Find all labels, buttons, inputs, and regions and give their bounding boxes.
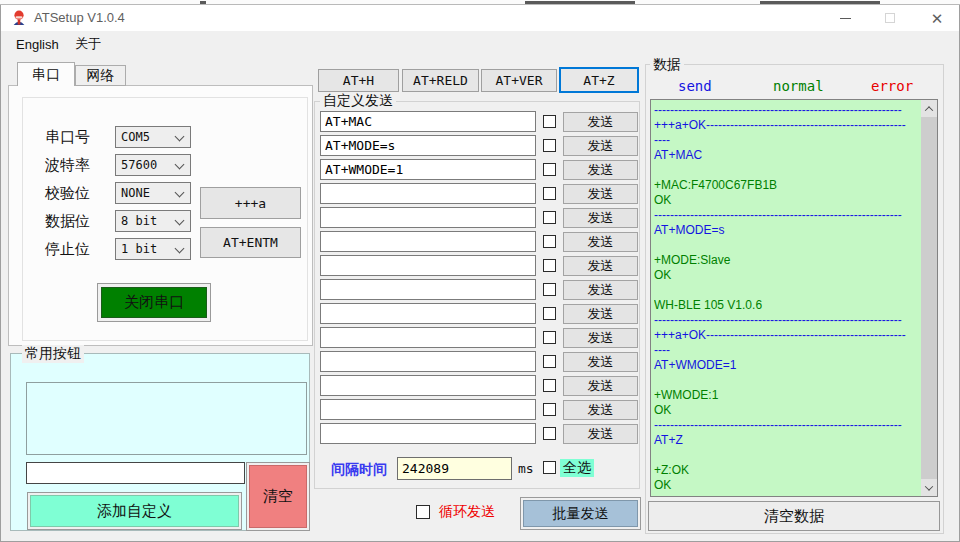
close-serial-button[interactable]: 关闭串口 xyxy=(97,283,211,322)
row-checkbox[interactable] xyxy=(543,355,556,368)
row-checkbox[interactable] xyxy=(543,211,556,224)
send-button[interactable]: 发送 xyxy=(563,304,638,324)
field-label: 停止位 xyxy=(45,240,115,259)
send-button[interactable]: 发送 xyxy=(563,352,638,372)
custom-command-input[interactable] xyxy=(320,303,536,324)
row-checkbox[interactable] xyxy=(543,115,556,128)
log-line: ---- xyxy=(654,343,906,358)
at-entm-button[interactable]: AT+ENTM xyxy=(200,227,301,258)
row-checkbox[interactable] xyxy=(543,163,556,176)
custom-command-input[interactable] xyxy=(320,135,536,156)
close-serial-button-label: 关闭串口 xyxy=(101,287,207,318)
loop-send-checkbox[interactable] xyxy=(416,505,430,519)
row-checkbox[interactable] xyxy=(543,283,556,296)
custom-command-input[interactable] xyxy=(320,231,536,252)
field-label: 串口号 xyxy=(45,128,115,147)
send-button[interactable]: 发送 xyxy=(563,256,638,276)
send-button[interactable]: 发送 xyxy=(563,280,638,300)
log-line: OK xyxy=(654,268,906,283)
custom-command-input[interactable] xyxy=(320,255,536,276)
row-checkbox[interactable] xyxy=(543,379,556,392)
legend-send: send xyxy=(678,78,712,94)
minimize-button[interactable] xyxy=(822,5,868,31)
send-button[interactable]: 发送 xyxy=(563,424,638,444)
data-log-area[interactable]: ----------------------------------------… xyxy=(650,99,938,497)
background-fragment xyxy=(200,1,206,4)
at-z-button[interactable]: AT+Z xyxy=(559,67,639,93)
combo-select[interactable]: NONE xyxy=(115,182,191,204)
custom-send-row: 发送 xyxy=(320,303,638,324)
batch-send-button[interactable]: 批量发送 xyxy=(520,497,641,530)
custom-send-row: 发送 xyxy=(320,255,638,276)
custom-command-input[interactable] xyxy=(320,399,536,420)
custom-command-input[interactable] xyxy=(320,279,536,300)
row-checkbox[interactable] xyxy=(543,139,556,152)
scroll-down-icon[interactable] xyxy=(921,479,937,496)
send-button[interactable]: 发送 xyxy=(563,376,638,396)
add-custom-button[interactable]: 添加自定义 xyxy=(27,492,242,530)
send-button[interactable]: 发送 xyxy=(563,328,638,348)
log-line: ---- xyxy=(654,133,906,148)
custom-command-input[interactable] xyxy=(320,159,536,180)
custom-send-row: 发送 xyxy=(320,111,638,132)
combo-select[interactable]: 8 bit xyxy=(115,210,191,232)
select-all-checkbox[interactable] xyxy=(543,461,556,474)
custom-send-rows: 发送发送发送发送发送发送发送发送发送发送发送发送发送发送 xyxy=(320,111,638,444)
log-line: +Z:OK xyxy=(654,463,906,478)
custom-button-name-input[interactable] xyxy=(26,462,245,484)
combo-value: 8 bit xyxy=(116,214,157,228)
plus-a-button[interactable]: +++a xyxy=(200,187,301,219)
log-scrollbar[interactable] xyxy=(921,100,937,496)
custom-command-input[interactable] xyxy=(320,207,536,228)
common-buttons-title: 常用按钮 xyxy=(22,345,84,363)
custom-command-input[interactable] xyxy=(320,183,536,204)
interval-input[interactable] xyxy=(397,457,512,480)
row-checkbox[interactable] xyxy=(543,235,556,248)
row-checkbox[interactable] xyxy=(543,187,556,200)
send-button[interactable]: 发送 xyxy=(563,112,638,132)
log-line: ----------------------------------------… xyxy=(654,313,906,328)
custom-send-row: 发送 xyxy=(320,159,638,180)
at-ver-button[interactable]: AT+VER xyxy=(481,69,557,92)
maximize-button[interactable] xyxy=(867,5,913,31)
menu-item-about[interactable]: 关于 xyxy=(75,34,101,54)
log-line xyxy=(654,373,906,388)
send-button[interactable]: 发送 xyxy=(563,400,638,420)
clear-data-button[interactable]: 清空数据 xyxy=(648,501,940,531)
send-button[interactable]: 发送 xyxy=(563,232,638,252)
row-checkbox[interactable] xyxy=(543,307,556,320)
send-button[interactable]: 发送 xyxy=(563,184,638,204)
send-button[interactable]: 发送 xyxy=(563,160,638,180)
custom-command-input[interactable] xyxy=(320,375,536,396)
clear-common-button[interactable]: 清空 xyxy=(246,462,310,531)
tab-network[interactable]: 网络 xyxy=(75,65,126,86)
serial-fields: 串口号COM5波特率57600校验位NONE数据位8 bit停止位1 bit xyxy=(45,126,191,260)
custom-command-input[interactable] xyxy=(320,351,536,372)
close-button[interactable]: ✕ xyxy=(913,5,960,31)
chevron-down-icon xyxy=(175,132,185,142)
common-buttons-list[interactable] xyxy=(26,382,307,455)
row-checkbox[interactable] xyxy=(543,403,556,416)
batch-send-button-label: 批量发送 xyxy=(523,500,638,527)
tab-serial[interactable]: 串口 xyxy=(17,62,75,86)
custom-command-input[interactable] xyxy=(320,327,536,348)
row-checkbox[interactable] xyxy=(543,259,556,272)
send-button[interactable]: 发送 xyxy=(563,136,638,156)
custom-send-row: 发送 xyxy=(320,423,638,444)
send-button[interactable]: 发送 xyxy=(563,208,638,228)
combo-select[interactable]: COM5 xyxy=(115,126,191,148)
at-h-button[interactable]: AT+H xyxy=(318,69,399,92)
row-checkbox[interactable] xyxy=(543,427,556,440)
menu-item-english[interactable]: English xyxy=(16,34,59,54)
scroll-up-icon[interactable] xyxy=(921,100,937,117)
serial-field-row: 停止位1 bit xyxy=(45,238,191,260)
log-line: OK xyxy=(654,403,906,418)
combo-select[interactable]: 57600 xyxy=(115,154,191,176)
at-reld-button[interactable]: AT+RELD xyxy=(402,69,479,92)
row-checkbox[interactable] xyxy=(543,331,556,344)
custom-command-input[interactable] xyxy=(320,111,536,132)
custom-command-input[interactable] xyxy=(320,423,536,444)
log-line xyxy=(654,163,906,178)
log-lines: ----------------------------------------… xyxy=(654,103,906,493)
combo-select[interactable]: 1 bit xyxy=(115,238,191,260)
